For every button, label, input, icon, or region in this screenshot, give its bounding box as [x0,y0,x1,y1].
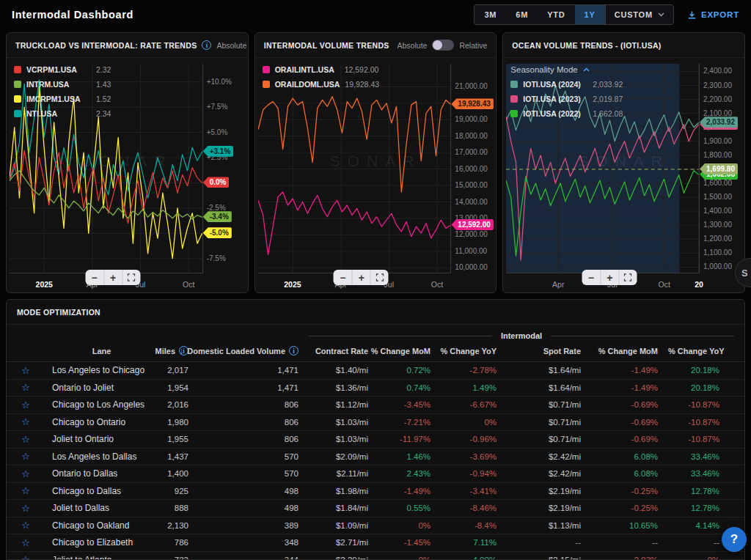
star-icon[interactable]: ☆ [7,485,45,496]
x-axis-tick: 2025 [284,280,301,289]
column-header-volume[interactable]: ↓Domestic Loaded Volumei [199,346,309,356]
column-header-spot-rate[interactable]: Spot Rate [507,347,591,355]
range-button-3m[interactable]: 3M [475,5,506,24]
x-axis-tick: Oct [431,280,443,289]
legend-item[interactable]: ORAILINTL.USA12,592.00 [263,65,379,74]
info-icon[interactable]: i [289,346,298,355]
spot-mom-cell: 6.08% [591,469,668,478]
y-axis-tick: -7.5% [207,254,226,262]
contract-mom-cell: -7.21% [378,418,441,427]
fullscreen-button[interactable] [370,270,389,285]
zoom-out-button[interactable]: − [582,270,600,285]
last-value-tag: 12,592.00 [451,219,494,230]
table-row[interactable]: ☆Chicago to Elizabeth786348$2.71/mi-1.45… [7,534,744,552]
fullscreen-icon [128,273,136,281]
y-axis-tick: +5.0% [207,128,228,136]
legend-item[interactable]: IOTI.USA (2024)2,033.92 [510,80,623,89]
seasonality-mode-control[interactable]: Seasonality Mode [510,65,623,74]
info-icon[interactable]: i [202,40,211,50]
table-row[interactable]: ☆Los Angeles to Chicago2,0171,471$1.40/m… [7,362,744,380]
contract-rate-cell: $1.03/mi [309,435,378,443]
table-row[interactable]: ☆Chicago to Ontario1,980806$1.03/mi-7.21… [7,414,744,432]
fullscreen-button[interactable] [618,270,637,285]
spot-mom-cell: -0.25% [591,504,668,512]
range-button-ytd[interactable]: YTD [538,5,574,24]
column-header-mom-2[interactable]: % Change MoM [591,347,668,355]
custom-range-label: CUSTOM [615,10,653,19]
custom-range-button[interactable]: CUSTOM [605,5,673,24]
zoom-out-button[interactable]: − [334,270,352,285]
table-row[interactable]: ☆Chicago to Oakland2,130389$1.09/mi0%-8.… [7,517,744,535]
y-axis-tick: 1,800.00 [703,151,732,159]
legend-item[interactable]: NTI.USA2.34 [14,109,111,118]
download-icon [687,10,697,20]
star-icon[interactable]: ☆ [7,468,45,479]
star-icon[interactable]: ☆ [7,554,45,559]
help-button[interactable]: ? [722,527,747,552]
toggle-label-absolute[interactable]: Absolute [398,41,428,50]
table-row[interactable]: ☆Joliet to Ontario1,955806$1.03/mi-11.97… [7,431,744,449]
y-axis-tick: +10.0% [207,78,232,86]
legend-item[interactable]: IMCRPM1.USA1.52 [14,95,111,103]
page-title: Intermodal Dashboard [12,9,133,21]
table-row[interactable]: ☆Joliet to Dallas888498$1.84/mi0.55%-8.4… [7,500,744,517]
spot-rate-cell: $1.13/mi [507,521,591,530]
star-icon[interactable]: ☆ [7,365,45,376]
star-icon[interactable]: ☆ [7,537,45,548]
chart-legend: VCRPM1.USA2.32 INTRM.USA1.43 IMCRPM1.USA… [14,65,111,118]
series-swatch-icon [14,95,21,103]
table-panel-header: MODE OPTIMIZATION [7,300,744,325]
table-row[interactable]: ☆Joliet to Atlanta732344$2.29/mi0%4.09%$… [7,552,744,560]
table-row[interactable]: ☆Los Angeles to Dallas1,437570$2.09/mi1.… [7,449,744,466]
legend-item[interactable]: IOTI.USA (2023)2,019.87 [510,95,623,103]
legend-item[interactable]: IOTI.USA (2022)1,662.08 [510,109,623,118]
legend-item[interactable]: INTRM.USA1.43 [14,80,111,89]
star-icon[interactable]: ☆ [7,382,45,393]
star-icon[interactable]: ☆ [7,451,45,462]
star-icon[interactable]: ☆ [7,434,45,445]
column-header-yoy-2[interactable]: % Change YoY [668,347,745,355]
toggle-label-absolute[interactable]: Absolute [216,41,246,50]
table-row[interactable]: ☆Ontario to Dallas1,400570$2.11/mi2.43%-… [7,465,744,483]
toggle-switch[interactable] [432,40,454,51]
panel-title: OCEAN VOLUME TRENDS - (IOTI.USA) [512,41,661,50]
series-swatch-icon [510,110,518,117]
range-button-1y[interactable]: 1Y [575,5,605,24]
contract-rate-cell: $2.09/mi [309,452,378,461]
range-button-6m[interactable]: 6M [506,5,538,24]
column-header-yoy-1[interactable]: % Change YoY [441,347,507,355]
star-icon[interactable]: ☆ [7,399,45,410]
star-icon[interactable]: ☆ [7,416,45,427]
chart-legend: ORAILINTL.USA12,592.00 ORAILDOML.USA19,9… [263,65,379,89]
series-name: NTI.USA [26,109,91,118]
column-header-mom-1[interactable]: % Change MoM [378,347,441,355]
last-value-tag: 0.0% [203,177,230,188]
table-row[interactable]: ☆Chicago to Dallas925498$1.98/mi-1.49%-3… [7,483,744,501]
star-icon[interactable]: ☆ [7,503,45,514]
toggle-label-relative[interactable]: Relative [459,41,487,50]
series-value: 1.52 [96,95,111,103]
spot-yoy-cell: 0% [668,556,744,559]
chart-area: SONAR 21,000.0020,000.0019,000.0018,000.… [255,58,497,292]
legend-item[interactable]: VCRPM1.USA2.32 [14,65,111,74]
table-row[interactable]: ☆Chicago to Los Angeles2,016806$1.12/mi-… [7,397,744,414]
column-header-contract-rate[interactable]: Contract Rate [309,347,378,355]
miles-cell: 925 [158,487,199,495]
contract-yoy-cell: -2.78% [441,366,507,375]
volume-cell: 806 [199,400,309,409]
y-axis-tick: 17,000.00 [455,148,488,156]
legend-item[interactable]: ORAILDOML.USA19,928.43 [263,80,379,89]
zoom-in-button[interactable]: + [600,270,618,285]
fullscreen-button[interactable] [122,270,140,285]
export-button[interactable]: EXPORT [687,10,739,20]
spot-yoy-cell: 33.46% [668,452,744,461]
zoom-in-button[interactable]: + [103,270,122,285]
star-icon[interactable]: ☆ [7,520,45,531]
spot-mom-cell: -0.69% [591,418,668,427]
zoom-out-button[interactable]: − [85,270,103,285]
zoom-in-button[interactable]: + [352,270,370,285]
column-header-lane[interactable]: Lane [45,347,158,355]
table-row[interactable]: ☆Ontario to Joliet1,9541,471$1.36/mi0.74… [7,380,744,397]
chart-plot[interactable] [258,64,451,273]
contract-mom-cell: 0% [378,521,441,530]
